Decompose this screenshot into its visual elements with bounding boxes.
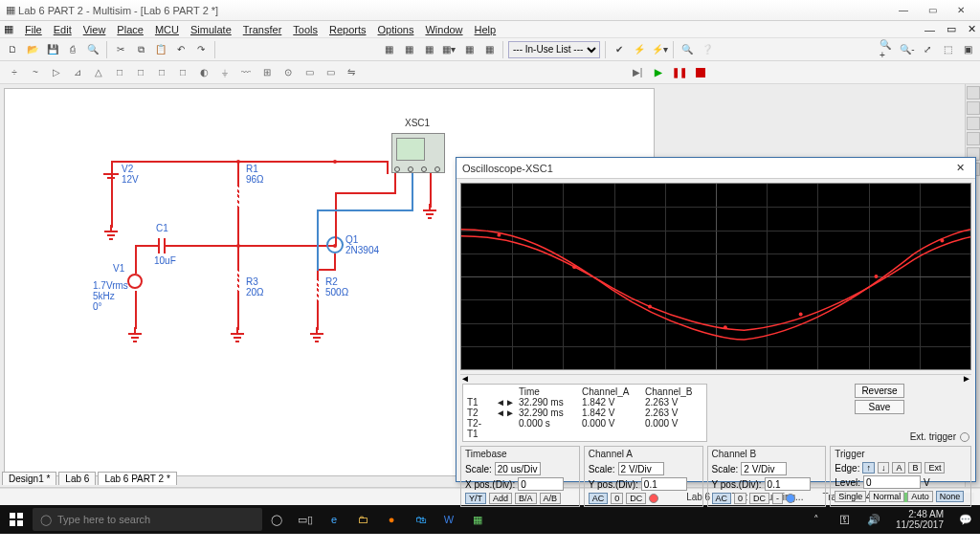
cha-ac-button[interactable]: AC — [589, 493, 609, 504]
menu-simulate[interactable]: Simulate — [190, 24, 232, 35]
trig-b-button[interactable]: B — [908, 462, 922, 474]
menu-reports[interactable]: Reports — [329, 24, 367, 35]
place-source-button[interactable]: ÷ — [6, 64, 23, 81]
save-button[interactable]: 💾 — [44, 41, 61, 58]
ext-trigger-port[interactable] — [960, 432, 969, 442]
tab-design1[interactable]: Design1 * — [2, 472, 56, 485]
chb-0-button[interactable]: 0 — [734, 493, 746, 504]
place-bus-button[interactable]: ⇋ — [343, 64, 360, 81]
open-button[interactable]: 📂 — [24, 41, 41, 58]
trigger-level-input[interactable] — [863, 475, 921, 489]
menu-mcu[interactable]: MCU — [155, 24, 179, 35]
full-screen-button[interactable]: ▣ — [959, 41, 976, 58]
place-electromech-button[interactable]: ⊞ — [258, 64, 276, 81]
component-wizard-button[interactable]: ▦ — [400, 41, 417, 58]
interactive-button[interactable]: ▶| — [629, 64, 646, 81]
cha-ypos-input[interactable] — [641, 477, 687, 491]
check-button[interactable]: ✔ — [611, 41, 628, 58]
menu-edit[interactable]: Edit — [54, 24, 72, 35]
cut-button[interactable]: ✂ — [112, 41, 129, 58]
menu-place[interactable]: Place — [117, 24, 144, 35]
v1-component[interactable] — [127, 274, 143, 289]
cha-dc-button[interactable]: DC — [626, 493, 646, 504]
chb-port[interactable] — [786, 494, 795, 503]
place-mixed-button[interactable]: □ — [174, 64, 191, 81]
chb-dc-button[interactable]: DC — [749, 493, 769, 504]
r2-component[interactable] — [317, 278, 319, 301]
cha-scale-input[interactable] — [618, 462, 664, 475]
taskbar-search[interactable]: ◯ Type here to search — [33, 508, 262, 531]
run-button[interactable]: ▶ — [650, 64, 667, 81]
place-connector-button[interactable]: ⊙ — [279, 64, 297, 81]
place-power-button[interactable]: ⏚ — [216, 64, 234, 81]
task-view-icon[interactable]: ▭▯ — [291, 505, 320, 534]
place-hier-button[interactable]: ▭ — [322, 64, 339, 81]
trig-single-button[interactable]: Single — [835, 491, 866, 502]
back-annotate-button[interactable]: ▦ — [480, 41, 498, 58]
cha-port[interactable] — [649, 494, 658, 503]
menu-transfer[interactable]: Transfer — [243, 24, 282, 35]
find-button[interactable]: 🔍 — [679, 41, 696, 58]
place-mcu-button[interactable]: ▭ — [301, 64, 318, 81]
place-basic-button[interactable]: ~ — [27, 64, 44, 81]
store-icon[interactable]: 🛍 — [406, 505, 434, 534]
cursor1-move-icon[interactable]: ◄► — [496, 397, 513, 408]
chb-ac-button[interactable]: AC — [712, 493, 732, 504]
scroll-right-icon[interactable]: ► — [962, 373, 971, 384]
oscilloscope-window[interactable]: Oscilloscope-XSC1 ✕ ◄ ► TimeChannel_ACha… — [456, 157, 976, 482]
edge-fall-button[interactable]: ↓ — [878, 462, 890, 474]
zoom-out-button[interactable]: 🔍- — [899, 41, 916, 58]
undo-button[interactable]: ↶ — [172, 41, 189, 58]
scope-close-button[interactable]: ✕ — [950, 162, 969, 174]
maximize-button[interactable]: ▭ — [919, 2, 946, 19]
menu-file[interactable]: File — [25, 24, 42, 35]
minimize-button[interactable]: — — [890, 2, 917, 19]
new-button[interactable]: 🗋 — [4, 41, 21, 58]
r1-component[interactable] — [237, 185, 239, 208]
ba-button[interactable]: B/A — [515, 493, 537, 504]
start-button[interactable] — [0, 505, 33, 534]
print-button[interactable]: ⎙ — [64, 41, 81, 58]
save-scope-button[interactable]: Save — [855, 400, 903, 414]
trig-ext-button[interactable]: Ext — [924, 462, 945, 474]
scope-screen[interactable] — [460, 183, 971, 370]
wattmeter-icon[interactable] — [967, 117, 980, 130]
cortana-icon[interactable]: ◯ — [262, 505, 291, 534]
taskbar-clock[interactable]: 2:48 AM11/25/2017 — [888, 509, 951, 530]
mdi-maximize-button[interactable]: ▭ — [947, 23, 956, 35]
multimeter-icon[interactable] — [967, 86, 980, 99]
place-ttl-button[interactable]: □ — [111, 64, 128, 81]
postprocess-button[interactable]: ▦▾ — [440, 41, 457, 58]
trig-a-button[interactable]: A — [892, 462, 905, 474]
mdi-minimize-button[interactable]: — — [924, 24, 935, 35]
mdi-close-button[interactable]: ✕ — [968, 23, 976, 35]
redo-button[interactable]: ↷ — [192, 41, 210, 58]
trig-auto-button[interactable]: Auto — [907, 491, 933, 502]
menu-options[interactable]: Options — [378, 24, 414, 35]
menu-view[interactable]: View — [83, 24, 106, 35]
yt-button[interactable]: Y/T — [465, 493, 486, 504]
function-generator-icon[interactable] — [967, 101, 980, 115]
place-misc-button[interactable]: □ — [153, 64, 170, 81]
r3-component[interactable] — [237, 269, 239, 292]
oscilloscope-icon[interactable] — [967, 132, 980, 145]
grapher-button[interactable]: ▦ — [420, 41, 437, 58]
copy-button[interactable]: ⧉ — [132, 41, 149, 58]
trig-normal-button[interactable]: Normal — [869, 491, 904, 502]
chb-scale-input[interactable] — [741, 462, 787, 475]
place-rf-button[interactable]: 〰 — [237, 64, 255, 81]
scroll-left-icon[interactable]: ◄ — [460, 373, 470, 384]
place-transistor-button[interactable]: ⊿ — [69, 64, 86, 81]
explorer-icon[interactable]: 🗀 — [348, 505, 377, 534]
zoom-in-button[interactable]: 🔍+ — [879, 41, 896, 58]
menu-tools[interactable]: Tools — [293, 24, 318, 35]
paste-button[interactable]: 📋 — [152, 41, 169, 58]
menu-help[interactable]: Help — [475, 24, 497, 35]
cha-0-button[interactable]: 0 — [611, 493, 623, 504]
scope-instrument[interactable] — [391, 133, 445, 173]
elec-rules-button[interactable]: ▦ — [460, 41, 478, 58]
help-button[interactable]: ❔ — [699, 41, 716, 58]
probe-settings-button[interactable]: ⚡▾ — [651, 41, 668, 58]
edge-rise-button[interactable]: ↑ — [862, 462, 875, 474]
place-cmos-button[interactable]: □ — [132, 64, 149, 81]
